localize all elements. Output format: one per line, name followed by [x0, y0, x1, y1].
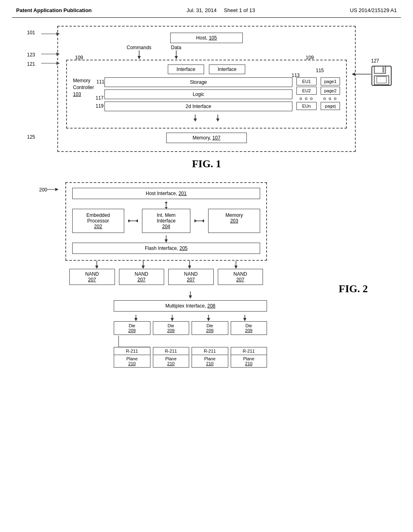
- svg-marker-33: [165, 239, 168, 243]
- nand-3: NAND 207: [168, 269, 214, 285]
- host-box: Host, 105: [170, 33, 243, 43]
- eu2-box: EU2: [296, 87, 317, 95]
- down-arrow-2: [215, 114, 221, 122]
- host-updown-arrow: [163, 202, 169, 209]
- svg-marker-13: [216, 118, 219, 122]
- plane-bottom-2: Plane 210: [153, 355, 189, 367]
- svg-marker-47: [171, 318, 174, 321]
- ep-intmem-arrow: [128, 218, 138, 224]
- ep-box: Embedded Processor 202: [72, 209, 124, 233]
- floppy-icon: [371, 65, 392, 86]
- ref-113: 113: [292, 73, 300, 78]
- eu-column: EU1 EU2 o o o EUn: [296, 77, 317, 110]
- die-arrow-2: [169, 315, 175, 321]
- svg-marker-27: [128, 219, 131, 222]
- svg-marker-30: [194, 219, 197, 222]
- fig2-inner-box: Host Interface, 201 Embedded Processor 2…: [65, 182, 267, 261]
- svg-marker-45: [134, 318, 138, 321]
- intmem-mem-arrow: [194, 218, 204, 224]
- interface-row: Interface Interface 115 113: [73, 64, 340, 74]
- svg-rect-18: [377, 77, 386, 83]
- mc-area: Memory Controller 103 Storage: [73, 77, 340, 111]
- commands-arrow: [136, 50, 142, 59]
- r-top-3: R-211: [192, 347, 228, 355]
- fig1-wrapper: 101 123 121: [25, 26, 388, 170]
- svg-marker-41: [234, 266, 238, 269]
- header-sheet: Sheet 1 of 13: [224, 7, 255, 13]
- plane-bottom-3: Plane 210: [192, 355, 228, 367]
- nand-1: NAND 207: [69, 269, 115, 285]
- memory-box-2: Memory 203: [208, 209, 260, 233]
- flash-arrows: [72, 235, 260, 243]
- host-row: Host, 105: [66, 33, 347, 43]
- host-interface-box: Host Interface, 201: [72, 188, 260, 199]
- die-arrow-4: [242, 315, 248, 321]
- nand-section: NAND 207 NAND 207 NAND 207 NAND 207: [65, 261, 267, 285]
- svg-rect-17: [374, 76, 389, 85]
- ref-115: 115: [316, 68, 324, 73]
- memory-row: Memory, 107: [66, 133, 347, 143]
- r-top-1: R-211: [114, 347, 150, 355]
- ref-111: 111: [96, 79, 104, 85]
- svg-marker-22: [55, 188, 58, 191]
- page-column: page1 page2 o o o pagej: [321, 77, 340, 110]
- ref-200: 200: [39, 187, 47, 193]
- svg-marker-31: [202, 219, 204, 222]
- page-header: Patent Application Publication Jul. 31, …: [0, 0, 413, 17]
- fig1-inner-box: 109 109 Interface Interface: [66, 60, 347, 129]
- pagej-box: pagej: [321, 102, 340, 110]
- svg-marker-39: [188, 266, 191, 269]
- die-arrow-1: [133, 315, 139, 321]
- ref-101-arrow: [29, 28, 61, 40]
- fig1-label: FIG. 1: [25, 158, 388, 170]
- rplane-3: R-211 Plane 210: [192, 347, 228, 368]
- down-arrow-1: [192, 114, 198, 122]
- host-arrows: [72, 202, 260, 209]
- rplane-1: R-211 Plane 210: [114, 347, 150, 368]
- header-left: Patent Application Publication: [16, 7, 92, 13]
- ref-117: 117: [96, 95, 104, 101]
- fig2-wrapper: 200 FIG. 2 Host Interface, 201: [25, 182, 388, 368]
- nand-4: NAND 207: [218, 269, 263, 285]
- multiplex-box: Multiplex Interface, 208: [114, 300, 267, 312]
- svg-marker-51: [243, 318, 246, 321]
- die-4: Die 209: [231, 321, 267, 335]
- svg-marker-7: [138, 56, 141, 59]
- svg-marker-43: [189, 295, 192, 299]
- mp-arrow: [187, 291, 194, 299]
- r-top-4: R-211: [231, 347, 267, 355]
- die-3: Die 209: [192, 321, 228, 335]
- page-content: 101 123 121: [0, 18, 413, 376]
- svg-marker-37: [142, 266, 145, 269]
- rplane-2: R-211 Plane 210: [153, 347, 190, 368]
- nand-2: NAND 207: [119, 269, 165, 285]
- fn-arrow-1: [94, 261, 100, 269]
- multiplex-section: Multiplex Interface, 208 Die 209 Die 209: [114, 291, 267, 368]
- die-2: Die 209: [153, 321, 190, 335]
- fn-arrow-2: [140, 261, 146, 269]
- interface-box-2: Interface: [209, 64, 245, 74]
- eu1-box: EU1: [296, 77, 317, 85]
- plane-bottom-1: Plane 210: [114, 355, 150, 367]
- storage-box: Storage: [104, 77, 292, 87]
- plane-bottom-4: Plane 210: [231, 355, 267, 367]
- fig2-label: FIG. 2: [339, 283, 368, 295]
- die-arrow-3: [205, 315, 212, 321]
- die-1: Die 209: [114, 321, 150, 335]
- fn-arrow-4: [233, 261, 239, 269]
- fig2-middle-row: Embedded Processor 202 Int. Mem Interfac…: [72, 209, 260, 233]
- ref-121-arrow: [29, 59, 61, 67]
- cmd-data-row: Commands Data: [66, 45, 347, 58]
- fn-arrow-3: [186, 261, 193, 269]
- twod-interface-box: 2d Interface: [104, 102, 292, 111]
- ref-125: 125: [27, 134, 35, 140]
- die-rplane-connector: [114, 336, 267, 348]
- rplane-4: R-211 Plane 210: [231, 347, 267, 368]
- page2-box: page2: [321, 87, 340, 95]
- int-mem-box: Int. Mem Interface 204: [142, 209, 191, 233]
- memory-box: Memory, 107: [166, 133, 247, 143]
- svg-rect-16: [382, 67, 384, 73]
- flash-nand-arrows: [65, 261, 267, 269]
- fig1-outer-box: Host, 105 Commands Dat: [57, 26, 356, 152]
- logic-box: Logic: [104, 89, 292, 99]
